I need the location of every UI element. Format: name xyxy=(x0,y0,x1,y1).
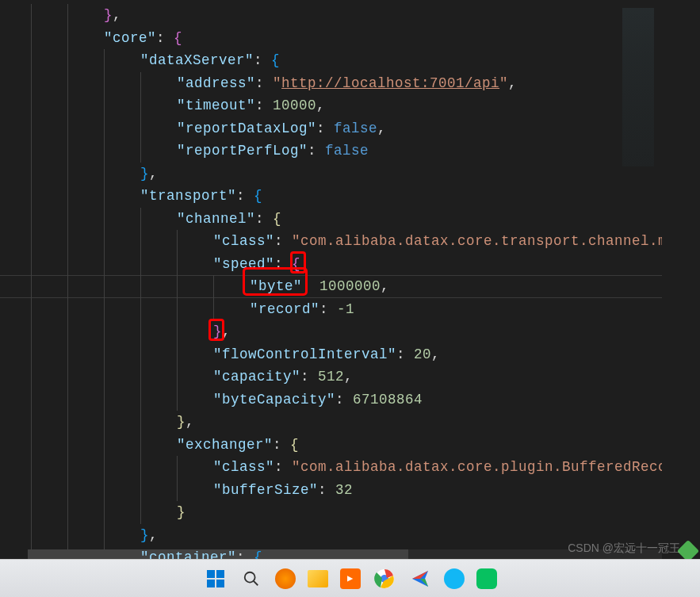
json-punct: , xyxy=(377,121,386,136)
json-boolean: false xyxy=(325,143,369,159)
json-punct: , xyxy=(149,166,158,182)
code-line[interactable]: "bufferSize": 32 xyxy=(0,479,662,502)
code-line[interactable]: "transport": { xyxy=(0,185,662,208)
svg-point-4 xyxy=(244,572,254,582)
json-number: 512 xyxy=(318,369,344,385)
code-line[interactable]: "record": -1 xyxy=(0,298,662,321)
svg-rect-3 xyxy=(216,580,224,587)
json-string: http://localhost:7001/api xyxy=(281,75,499,91)
highlight-annotation xyxy=(243,267,308,296)
json-key: "record" xyxy=(250,301,319,317)
json-punct: , xyxy=(431,346,440,362)
explorer-icon[interactable] xyxy=(308,570,328,587)
code-editor[interactable]: },"core": {"dataXServer": {"address": "h… xyxy=(0,0,662,559)
json-punct: : xyxy=(156,30,174,46)
search-icon[interactable] xyxy=(239,567,263,591)
json-key: "exchanger" xyxy=(177,437,273,453)
json-number: -1 xyxy=(337,301,354,317)
svg-rect-1 xyxy=(216,570,224,578)
json-punct: } xyxy=(177,504,186,520)
code-line[interactable]: }, xyxy=(0,320,662,343)
json-punct: : xyxy=(319,301,337,317)
minimap[interactable] xyxy=(622,8,654,166)
json-key: "flowControlInterval" xyxy=(213,346,396,362)
json-punct: : xyxy=(255,75,273,91)
json-key: "transport" xyxy=(140,188,236,204)
json-boolean: false xyxy=(334,121,377,136)
code-line[interactable]: "address": "http://localhost:7001/api", xyxy=(0,72,662,95)
code-line[interactable]: "capacity": 512, xyxy=(0,365,662,388)
json-punct: } xyxy=(140,166,149,182)
json-number: 20 xyxy=(414,346,431,362)
json-punct: { xyxy=(271,52,280,68)
wechat-icon[interactable] xyxy=(476,568,497,589)
code-line[interactable]: }, xyxy=(0,163,662,186)
code-line[interactable]: "reportPerfLog": false xyxy=(0,140,662,163)
code-line[interactable]: "speed": { xyxy=(0,253,662,276)
json-number: 10000 xyxy=(273,98,316,113)
watermark-text: CSDN @宏远十一冠王 xyxy=(568,542,680,556)
highlight-annotation xyxy=(208,319,224,341)
json-punct: { xyxy=(273,211,281,227)
json-key: "bufferSize" xyxy=(213,482,318,498)
code-line[interactable]: "class": "com.alibaba.datax.core.plugin.… xyxy=(0,456,662,479)
code-line[interactable]: "dataXServer": { xyxy=(0,49,662,72)
json-punct: , xyxy=(113,7,121,23)
json-punct: : xyxy=(335,392,353,408)
code-line[interactable]: "byte": 1000000, xyxy=(0,275,662,298)
json-string: " xyxy=(499,75,508,91)
json-punct: : xyxy=(396,346,414,362)
json-number: 32 xyxy=(335,482,353,498)
code-line[interactable]: }, xyxy=(0,4,662,27)
json-punct: : xyxy=(273,437,290,453)
json-key: "timeout" xyxy=(177,98,255,113)
json-string: "com.alibaba.datax.core.plugin.BufferedR… xyxy=(292,459,662,475)
json-string: " xyxy=(273,75,281,91)
code-line[interactable]: "channel": { xyxy=(0,208,662,231)
json-punct: , xyxy=(344,369,353,385)
json-punct: , xyxy=(316,98,325,113)
qq-icon[interactable] xyxy=(444,568,465,589)
json-punct: : xyxy=(316,121,334,136)
code-line[interactable]: "exchanger": { xyxy=(0,434,662,457)
json-key: "class" xyxy=(213,459,274,475)
windows-start-icon[interactable] xyxy=(204,567,228,591)
json-key: "class" xyxy=(213,233,274,249)
code-line[interactable]: }, xyxy=(0,411,662,434)
json-punct: : xyxy=(274,233,292,249)
chrome-icon[interactable] xyxy=(373,567,396,591)
json-key: "container" xyxy=(140,549,236,559)
send-icon[interactable] xyxy=(408,567,432,591)
json-punct: : xyxy=(236,549,254,559)
json-key: "dataXServer" xyxy=(140,52,254,68)
json-punct: : xyxy=(255,98,273,113)
json-punct: { xyxy=(254,549,262,559)
json-key: "channel" xyxy=(177,211,255,227)
taskbar[interactable]: ▶ xyxy=(0,559,700,597)
json-punct: , xyxy=(186,414,194,430)
code-line[interactable]: "byteCapacity": 67108864 xyxy=(0,388,662,411)
json-punct: : xyxy=(236,188,254,204)
svg-rect-2 xyxy=(207,580,215,587)
json-key: "capacity" xyxy=(213,369,300,385)
json-punct: { xyxy=(290,437,299,453)
code-line[interactable]: "class": "com.alibaba.datax.core.transpo… xyxy=(0,230,662,253)
json-punct: : xyxy=(274,459,292,475)
code-line[interactable]: }, xyxy=(0,524,662,547)
json-key: "reportDataxLog" xyxy=(177,121,316,136)
code-line[interactable]: "timeout": 10000, xyxy=(0,94,662,117)
json-punct: { xyxy=(174,30,182,46)
json-punct: : xyxy=(254,52,271,68)
json-punct: , xyxy=(149,527,158,543)
json-punct: : xyxy=(308,143,325,159)
code-line[interactable]: "flowControlInterval": 20, xyxy=(0,343,662,366)
json-number: 67108864 xyxy=(353,392,423,408)
code-line[interactable]: } xyxy=(0,501,662,524)
json-key: "reportPerfLog" xyxy=(177,143,308,159)
code-content[interactable]: },"core": {"dataXServer": {"address": "h… xyxy=(0,4,662,559)
code-line[interactable]: "reportDataxLog": false, xyxy=(0,117,662,140)
firefox-icon[interactable] xyxy=(275,568,296,589)
json-punct: } xyxy=(140,527,149,543)
code-line[interactable]: "core": { xyxy=(0,27,662,50)
video-player-icon[interactable]: ▶ xyxy=(340,568,361,589)
